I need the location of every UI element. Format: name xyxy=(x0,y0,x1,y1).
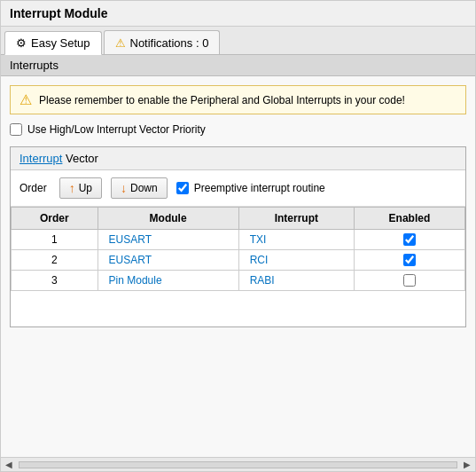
horizontal-scrollbar[interactable]: ◀ ▶ xyxy=(1,457,475,471)
up-button[interactable]: ↑ Up xyxy=(59,177,102,199)
cell-interrupt[interactable]: RABI xyxy=(238,271,354,291)
interrupt-vector-box: Interrupt Vector Order ↑ Up ↓ Down Preem… xyxy=(10,146,466,327)
down-button[interactable]: ↓ Down xyxy=(111,177,168,199)
down-arrow-icon: ↓ xyxy=(121,181,127,195)
interrupt-table: Order Module Interrupt Enabled 1EUSARTTX… xyxy=(11,207,465,291)
preemptive-checkbox[interactable] xyxy=(176,182,189,194)
cell-order: 1 xyxy=(12,230,98,250)
down-button-label: Down xyxy=(130,182,158,194)
cell-interrupt[interactable]: RCI xyxy=(238,250,354,271)
section-header-label: Interrupts xyxy=(10,59,59,72)
enabled-checkbox[interactable] xyxy=(403,233,416,246)
cell-module[interactable]: Pin Module xyxy=(98,271,238,291)
cell-enabled[interactable] xyxy=(354,250,464,271)
col-enabled: Enabled xyxy=(354,208,464,230)
iv-toolbar: Order ↑ Up ↓ Down Preemptive interrupt r… xyxy=(11,170,465,207)
scroll-right-arrow[interactable]: ▶ xyxy=(461,460,473,469)
up-button-label: Up xyxy=(79,182,92,194)
cell-module[interactable]: EUSART xyxy=(98,250,238,271)
warning-text: Please remember to enable the Peripheral… xyxy=(39,94,405,106)
table-row: 1EUSARTTXI xyxy=(12,230,465,250)
tab-notifications[interactable]: ⚠ Notifications : 0 xyxy=(104,30,221,54)
col-module: Module xyxy=(98,208,238,230)
up-arrow-icon: ↑ xyxy=(69,181,75,195)
tabs-bar: ⚙ Easy Setup ⚠ Notifications : 0 xyxy=(1,27,475,55)
title-bar: Interrupt Module xyxy=(1,1,475,27)
warning-banner: ⚠ Please remember to enable the Peripher… xyxy=(10,85,466,114)
scroll-left-arrow[interactable]: ◀ xyxy=(3,460,15,469)
cell-enabled[interactable] xyxy=(354,271,464,291)
cell-order: 2 xyxy=(12,250,98,271)
content-area: ⚠ Please remember to enable the Peripher… xyxy=(1,76,475,457)
gear-icon: ⚙ xyxy=(16,36,27,50)
cell-interrupt[interactable]: TXI xyxy=(238,230,354,250)
tab-easy-setup-label: Easy Setup xyxy=(31,36,90,50)
iv-header: Interrupt Vector xyxy=(11,147,465,170)
high-low-checkbox[interactable] xyxy=(10,123,22,136)
order-label: Order xyxy=(20,182,47,194)
warning-icon: ⚠ xyxy=(115,36,126,50)
cell-order: 3 xyxy=(12,271,98,291)
enabled-checkbox[interactable] xyxy=(403,254,416,266)
high-low-checkbox-row: Use High/Low Interrupt Vector Priority xyxy=(10,123,466,136)
col-order: Order xyxy=(12,208,98,230)
table-row: 2EUSARTRCI xyxy=(12,250,465,271)
page-title: Interrupt Module xyxy=(10,6,107,20)
high-low-label: Use High/Low Interrupt Vector Priority xyxy=(27,123,206,136)
scroll-track[interactable] xyxy=(19,461,457,468)
preemptive-label: Preemptive interrupt routine xyxy=(194,182,325,194)
cell-module[interactable]: EUSART xyxy=(98,230,238,250)
interrupt-vector-title-rest: Vector xyxy=(62,152,98,165)
enabled-checkbox[interactable] xyxy=(403,274,416,287)
main-container: Interrupt Module ⚙ Easy Setup ⚠ Notifica… xyxy=(0,0,476,472)
tab-easy-setup[interactable]: ⚙ Easy Setup xyxy=(4,31,102,55)
tab-notifications-label: Notifications : 0 xyxy=(130,36,209,50)
table-padding xyxy=(11,291,465,326)
table-row: 3Pin ModuleRABI xyxy=(12,271,465,291)
col-interrupt: Interrupt xyxy=(238,208,354,230)
interrupt-vector-title-highlight: Interrupt xyxy=(20,152,62,165)
cell-enabled[interactable] xyxy=(354,230,464,250)
section-header: Interrupts xyxy=(1,55,475,76)
warning-triangle-icon: ⚠ xyxy=(20,91,32,108)
preemptive-row: Preemptive interrupt routine xyxy=(176,182,325,194)
